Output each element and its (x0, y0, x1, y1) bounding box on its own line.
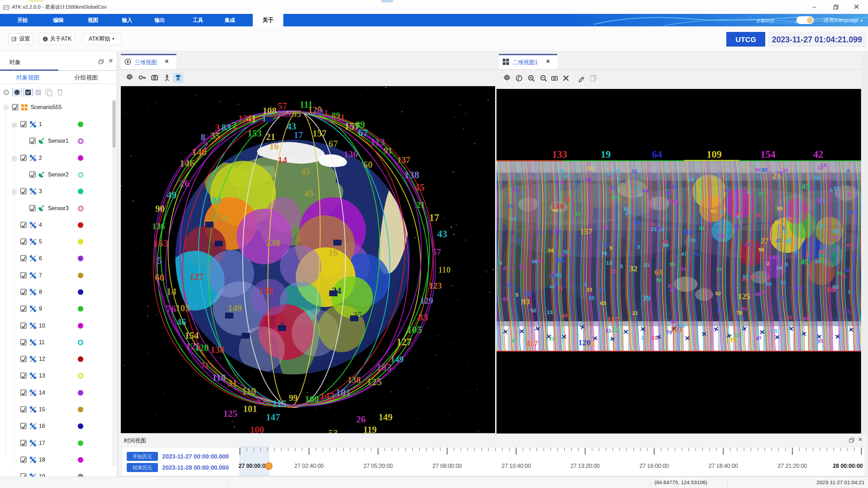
svg-text:13: 13 (606, 260, 612, 266)
svg-text:42: 42 (813, 149, 823, 160)
svg-text:90: 90 (155, 204, 165, 214)
svg-text:i: i (45, 37, 46, 41)
svg-text:70: 70 (759, 289, 765, 295)
svg-text:64: 64 (652, 149, 662, 160)
svg-text:8: 8 (668, 283, 671, 289)
svg-text:80: 80 (684, 228, 692, 237)
svg-text:110: 110 (438, 265, 451, 274)
svg-text:47: 47 (736, 211, 742, 217)
svg-text:27 08:00:00: 27 08:00:00 (433, 463, 462, 469)
svg-text:52: 52 (762, 167, 768, 173)
svg-text:89: 89 (803, 315, 809, 321)
svg-text:105: 105 (407, 324, 422, 335)
svg-text:47: 47 (744, 241, 750, 247)
svg-text:5: 5 (620, 263, 623, 269)
svg-text:43: 43 (437, 228, 447, 239)
svg-text:47: 47 (852, 254, 858, 259)
svg-text:65: 65 (589, 295, 595, 301)
svg-text:64: 64 (315, 107, 324, 117)
svg-text:83: 83 (212, 195, 221, 206)
svg-text:8: 8 (651, 221, 654, 227)
svg-text:118: 118 (212, 372, 226, 383)
svg-text:49: 49 (167, 189, 177, 200)
svg-text:61: 61 (654, 267, 663, 276)
svg-text:13: 13 (506, 282, 512, 288)
svg-text:149: 149 (391, 355, 404, 364)
svg-text:146: 146 (180, 158, 195, 169)
svg-text:27 16:00:00: 27 16:00:00 (640, 463, 669, 469)
svg-text:95: 95 (292, 109, 301, 119)
svg-text:55: 55 (774, 220, 780, 225)
svg-text:67: 67 (328, 139, 338, 149)
svg-text:13: 13 (575, 211, 581, 217)
svg-text:8: 8 (788, 236, 791, 242)
svg-text:27 13:20:00: 27 13:20:00 (570, 463, 600, 469)
svg-text:100: 100 (250, 424, 264, 433)
svg-text:27 18:40:00: 27 18:40:00 (709, 463, 738, 469)
svg-text:34: 34 (776, 265, 782, 271)
svg-text:76: 76 (166, 303, 176, 314)
svg-text:47: 47 (511, 338, 517, 344)
svg-text:70: 70 (723, 187, 729, 193)
svg-text:100: 100 (305, 394, 319, 404)
svg-text:47: 47 (833, 234, 838, 240)
svg-text:47: 47 (756, 335, 762, 341)
svg-text:70: 70 (656, 277, 661, 283)
svg-text:127: 127 (397, 336, 412, 347)
svg-text:117: 117 (526, 339, 538, 348)
svg-text:21: 21 (587, 287, 593, 292)
svg-text:55: 55 (670, 318, 676, 324)
svg-text:154: 154 (214, 213, 228, 223)
svg-text:149: 149 (378, 412, 393, 422)
svg-text:55: 55 (758, 247, 764, 253)
svg-text:2: 2 (511, 244, 514, 250)
svg-text:47: 47 (758, 191, 764, 197)
svg-text:52: 52 (741, 306, 747, 312)
svg-text:230: 230 (266, 238, 280, 248)
svg-text:71: 71 (200, 361, 209, 370)
svg-text:21: 21 (632, 310, 638, 316)
svg-text:45: 45 (304, 188, 314, 199)
svg-text:113: 113 (370, 137, 385, 148)
svg-text:52: 52 (662, 239, 668, 245)
svg-text:2: 2 (767, 260, 769, 266)
svg-text:65: 65 (844, 267, 850, 273)
svg-text:99: 99 (289, 393, 298, 403)
svg-text:111: 111 (332, 113, 345, 123)
svg-text:96: 96 (756, 213, 761, 218)
svg-text:5: 5 (157, 255, 162, 266)
svg-text:89: 89 (642, 188, 648, 194)
svg-text:2: 2 (232, 120, 237, 131)
svg-text:27 02:40:00: 27 02:40:00 (294, 463, 324, 469)
svg-text:127: 127 (190, 272, 204, 282)
svg-text:34: 34 (815, 258, 821, 264)
svg-text:149: 149 (228, 303, 242, 313)
svg-text:47: 47 (772, 254, 778, 260)
svg-text:52: 52 (562, 173, 568, 179)
svg-text:47: 47 (786, 315, 792, 321)
svg-text:96: 96 (559, 168, 565, 174)
svg-text:136: 136 (152, 222, 165, 231)
svg-text:138: 138 (210, 345, 225, 355)
svg-text:21: 21 (606, 328, 611, 333)
svg-text:45: 45 (301, 166, 310, 177)
svg-text:52: 52 (525, 291, 531, 297)
svg-text:120: 120 (578, 338, 591, 347)
svg-text:101: 101 (670, 325, 683, 334)
svg-text:46: 46 (177, 317, 186, 327)
svg-text:52: 52 (624, 206, 629, 212)
svg-text:19: 19 (601, 149, 611, 160)
svg-text:39: 39 (642, 293, 651, 303)
svg-text:115: 115 (272, 398, 287, 409)
svg-text:70: 70 (601, 250, 607, 256)
svg-text:21: 21 (781, 279, 786, 285)
svg-text:70: 70 (694, 251, 700, 257)
svg-text:27: 27 (384, 431, 393, 433)
svg-text:8: 8 (806, 251, 809, 257)
svg-text:2: 2 (608, 186, 610, 192)
svg-text:125: 125 (367, 376, 382, 387)
svg-text:5: 5 (833, 246, 835, 252)
svg-text:17: 17 (429, 212, 439, 223)
svg-text:55: 55 (555, 228, 561, 234)
svg-text:34: 34 (782, 167, 788, 173)
